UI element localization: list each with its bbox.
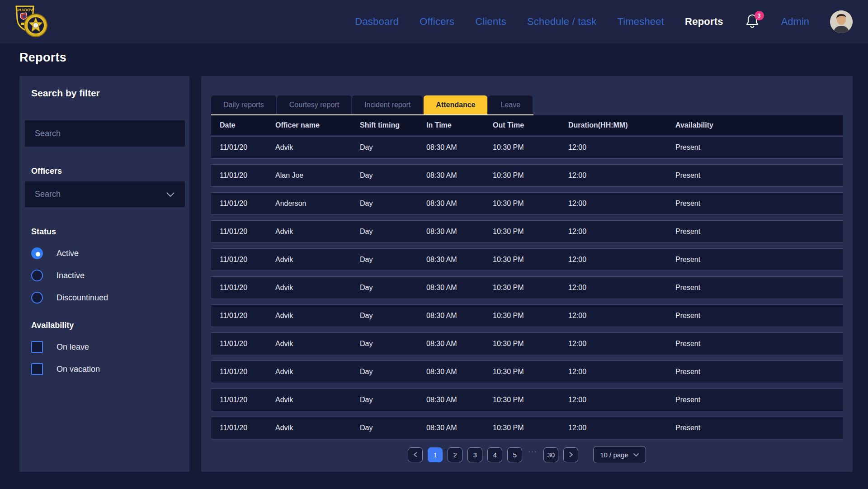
cell-officer-name: Alan Joe [267,171,351,180]
availability-checkbox-option[interactable]: On leave [31,341,184,353]
filter-sidebar: Search by filter Officers Search Status … [19,76,189,472]
page-title: Reports [19,51,66,65]
cell-duration: 12:00 [560,424,667,432]
page-buttons: 12345···30 [428,447,558,462]
table-row: 11/01/20 Advik Day 08:30 AM 10:30 PM 12:… [211,304,843,327]
table-header-cell: Date [211,121,267,129]
nav-item[interactable]: Schedule / task [527,16,596,28]
cell-availability: Present [667,199,843,208]
cell-duration: 12:00 [560,284,667,292]
status-radio-option[interactable]: Discountinued [31,292,184,304]
cell-officer-name: Advik [267,256,351,264]
radio-icon [31,292,43,304]
radio-icon [31,270,43,281]
cell-duration: 12:00 [560,396,667,404]
table-header-cell: Duration(HH:MM) [560,121,667,129]
cell-officer-name: Advik [267,143,351,152]
chevron-right-icon [568,451,574,458]
cell-availability: Present [667,143,843,152]
cell-in-time: 08:30 AM [418,171,484,180]
notification-badge: 3 [755,11,764,20]
tab[interactable]: Attendance [424,95,487,114]
officers-select[interactable]: Search [25,181,185,207]
reports-panel: Daily reportsCourtesy reportIncident rep… [201,76,853,472]
page-size-select[interactable]: 10 / page [593,446,646,463]
page-size-value: 10 / page [600,451,628,459]
cell-shift-timing: Day [351,368,418,376]
brand-logo[interactable]: SHADOW [10,4,49,41]
cell-duration: 12:00 [560,143,667,152]
pagination: 12345···30 10 / page [211,446,843,463]
pagination-ellipsis: ··· [527,447,538,462]
cell-date: 11/01/20 [211,284,267,292]
nav-item[interactable]: Timesheet [617,16,664,28]
table-row: 11/01/20 Advik Day 08:30 AM 10:30 PM 12:… [211,248,843,271]
tab[interactable]: Daily reports [211,95,276,114]
cell-duration: 12:00 [560,171,667,180]
cell-in-time: 08:30 AM [418,256,484,264]
page-button[interactable]: 3 [467,447,482,462]
cell-shift-timing: Day [351,312,418,320]
cell-availability: Present [667,396,843,404]
cell-date: 11/01/20 [211,340,267,348]
radio-icon [31,247,43,259]
cell-out-time: 10:30 PM [484,143,560,152]
cell-availability: Present [667,368,843,376]
nav-item[interactable]: Reports [685,16,723,28]
cell-shift-timing: Day [351,284,418,292]
table-row: 11/01/20 Advik Day 08:30 AM 10:30 PM 12:… [211,361,843,383]
checkbox-label: On leave [57,342,89,352]
page-button[interactable]: 2 [448,447,462,462]
table-row: 11/01/20 Advik Day 08:30 AM 10:30 PM 12:… [211,332,843,355]
table-header: DateOfficer nameShift timingIn TimeOut T… [211,115,843,135]
tab[interactable]: Leave [488,95,533,114]
availability-checkbox-option[interactable]: On vacation [31,363,184,375]
cell-shift-timing: Day [351,256,418,264]
notifications-button[interactable]: 3 [744,13,760,31]
cell-officer-name: Advik [267,368,351,376]
nav-item[interactable]: Clients [475,16,506,28]
avatar-photo-icon [830,10,853,33]
avatar[interactable] [830,10,853,33]
availability-checkbox-group: On leave On vacation [25,341,184,375]
cell-availability: Present [667,312,843,320]
cell-out-time: 10:30 PM [484,396,560,404]
table-row: 11/01/20 Advik Day 08:30 AM 10:30 PM 12:… [211,276,843,299]
table-body: 11/01/20 Advik Day 08:30 AM 10:30 PM 12:… [211,136,843,439]
cell-out-time: 10:30 PM [484,171,560,180]
page-button[interactable]: 4 [487,447,502,462]
tab[interactable]: Incident report [352,95,423,114]
prev-page-button[interactable] [408,447,423,462]
checkbox-icon [31,341,43,353]
status-label: Status [31,227,184,237]
cell-duration: 12:00 [560,228,667,236]
cell-out-time: 10:30 PM [484,228,560,236]
status-radio-option[interactable]: Active [31,247,184,259]
cell-availability: Present [667,284,843,292]
page-button[interactable]: 5 [507,447,522,462]
cell-officer-name: Advik [267,312,351,320]
admin-menu[interactable]: Admin [781,16,809,28]
cell-in-time: 08:30 AM [418,284,484,292]
cell-out-time: 10:30 PM [484,199,560,208]
next-page-button[interactable] [563,447,578,462]
table-row: 11/01/20 Advik Day 08:30 AM 10:30 PM 12:… [211,136,843,159]
shield-star-logo-icon: SHADOW [10,4,49,41]
checkbox-label: On vacation [57,365,100,374]
status-radio-option[interactable]: Inactive [31,270,184,281]
cell-duration: 12:00 [560,368,667,376]
cell-out-time: 10:30 PM [484,312,560,320]
cell-out-time: 10:30 PM [484,256,560,264]
cell-availability: Present [667,424,843,432]
cell-officer-name: Advik [267,424,351,432]
cell-in-time: 08:30 AM [418,228,484,236]
search-input[interactable] [25,120,185,147]
nav-item[interactable]: Dasboard [355,16,399,28]
cell-duration: 12:00 [560,199,667,208]
page-button[interactable]: 1 [428,447,443,462]
page-button[interactable]: 30 [543,447,558,462]
tab[interactable]: Courtesy report [277,95,351,114]
table-header-cell: Officer name [267,121,351,129]
table-row: 11/01/20 Anderson Day 08:30 AM 10:30 PM … [211,192,843,215]
nav-item[interactable]: Officers [420,16,454,28]
